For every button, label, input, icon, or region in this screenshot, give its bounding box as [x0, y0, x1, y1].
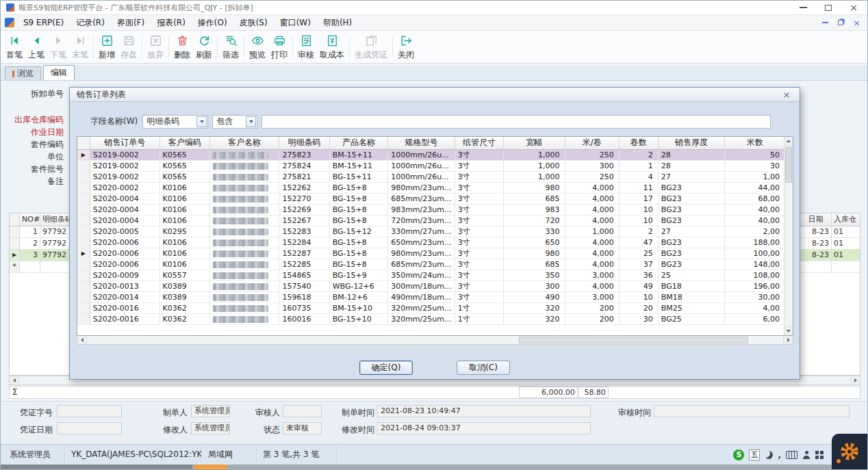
close-doc-button[interactable]: 关闭 — [395, 33, 417, 62]
scroll-left-icon[interactable] — [77, 336, 87, 344]
minimize-icon[interactable] — [800, 7, 807, 8]
detail-row-current[interactable]: 8-23 01 — [800, 250, 860, 261]
detail-row[interactable] — [800, 261, 860, 273]
wubi-icon[interactable]: 五 — [749, 449, 760, 460]
cancel-button[interactable]: 取消(C) — [457, 361, 510, 375]
sales-order-row[interactable]: S2020-0004K0106152270BG-15+8685mm/23um..… — [77, 193, 785, 204]
detail-row[interactable]: 2 97792 — [10, 238, 69, 250]
scrollbar-thumb[interactable] — [519, 337, 749, 343]
close-icon[interactable]: × — [850, 3, 858, 12]
title-bar[interactable]: 顺景S9智能ERP管理平台 - 广东顺景软件科技有限公司_QJY - [拆卸单]… — [1, 1, 867, 15]
new-row-marker: * — [10, 261, 20, 272]
column-header[interactable]: 卷数 — [619, 137, 658, 149]
menu-item-1[interactable]: 记录(R) — [70, 15, 111, 31]
sales-order-row[interactable]: S2020-0016K0362160016BG-15+10320mm/25um.… — [77, 313, 785, 324]
keyboard-icon[interactable] — [786, 451, 797, 459]
column-header[interactable]: 米/卷 — [565, 137, 619, 149]
vertical-scrollbar[interactable] — [784, 137, 793, 335]
sales-order-row[interactable]: ▶S2019-0002K0565275823BM-15+111000mm/26u… — [77, 149, 785, 160]
scroll-down-icon[interactable] — [784, 326, 793, 335]
sales-order-row[interactable]: S2020-0005K0295152283BG-15+12330mm/27um.… — [77, 226, 785, 237]
blurred-customer-name — [213, 196, 269, 203]
moon-icon[interactable] — [765, 451, 773, 459]
detail-row[interactable]: 8-23 01 — [800, 238, 860, 250]
maximize-icon[interactable] — [825, 5, 832, 11]
scroll-right-icon[interactable] — [783, 336, 793, 344]
assistant-widget[interactable] — [832, 434, 867, 469]
menu-item-2[interactable]: 界面(F) — [111, 15, 151, 31]
sales-order-row[interactable]: S2019-0002K0565275824BM-15+111000mm/26u.… — [77, 160, 785, 171]
scroll-right-icon[interactable] — [850, 376, 860, 384]
dialog-close-icon[interactable]: × — [780, 90, 793, 100]
print-button[interactable]: 打印 — [268, 33, 290, 62]
sales-order-row[interactable]: S2019-0002K0565275821BG-15+111000mm/26u.… — [77, 171, 785, 182]
menu-item-6[interactable]: 窗口(W) — [274, 15, 317, 31]
sales-order-row[interactable]: S2020-0006K0106152285BG-15+8685mm/23um..… — [77, 259, 785, 270]
sales-order-row[interactable]: S2020-0016K0362160735BM-15+10320mm/25um.… — [77, 302, 785, 313]
scroll-up-icon[interactable] — [784, 137, 793, 146]
chevron-down-icon[interactable] — [196, 116, 207, 127]
menu-item-0[interactable]: S9 ERP(E) — [17, 16, 70, 29]
detail-row[interactable]: 1 97792 — [10, 226, 69, 238]
mdi-restore-icon[interactable] — [838, 20, 843, 25]
column-header[interactable]: 宽幅 — [503, 137, 565, 149]
menu-item-4[interactable]: 操作(O) — [192, 15, 233, 31]
menu-item-5[interactable]: 皮肤(S) — [233, 15, 274, 31]
scrollbar-thumb[interactable] — [785, 147, 792, 183]
cost-button[interactable]: 取成本 — [317, 33, 347, 62]
audit-button[interactable]: 审核 — [295, 33, 317, 62]
mdi-close-icon[interactable]: × — [853, 18, 860, 27]
sales-order-row[interactable]: S2020-0013K0389157540WBG-12+6300mm/18um.… — [77, 280, 785, 291]
filter-field-combobox[interactable]: 明细条码 — [142, 115, 208, 129]
refresh-button[interactable]: 刷新 — [193, 33, 215, 62]
menu-item-7[interactable]: 帮助(H) — [317, 15, 358, 31]
filter-value-input[interactable] — [261, 115, 771, 129]
grid-icon[interactable] — [815, 451, 819, 454]
filter-button[interactable]: 筛选 — [220, 33, 242, 62]
column-header[interactable]: 明细条码 — [279, 137, 329, 149]
column-header: 入库仓库 — [832, 213, 860, 226]
sales-order-row[interactable]: ▶S2020-0006K0106152287BG-15+8980mm/23um.… — [77, 248, 785, 259]
chevron-down-icon[interactable] — [246, 116, 256, 127]
column-header[interactable]: 客户名称 — [209, 137, 279, 149]
delete-button[interactable]: 删除 — [171, 33, 193, 62]
dialog-horizontal-scrollbar[interactable] — [77, 336, 793, 345]
cell: 28 — [658, 149, 725, 160]
prev-record-button[interactable]: 上笔 — [25, 33, 47, 62]
sales-order-row[interactable]: S2020-0004K0106152267BG-15+8720mm/23um..… — [77, 215, 785, 226]
ok-button[interactable]: 确定(Q) — [359, 361, 413, 375]
filter-operator-combobox[interactable]: 包含 — [212, 115, 257, 129]
column-header[interactable]: 产品名称 — [329, 137, 387, 149]
detail-row[interactable]: 8-23 01 — [800, 226, 860, 238]
symbol-icon[interactable]: , — [778, 452, 781, 458]
column-header[interactable]: 销售厚度 — [658, 137, 725, 149]
user-icon[interactable] — [802, 451, 810, 459]
dialog-title-bar[interactable]: 销售订单列表 × — [70, 88, 800, 102]
sales-order-row[interactable]: S2020-0004K0106152269BG-15+8983mm/23um..… — [77, 204, 785, 215]
taskbar-active-app[interactable] — [194, 465, 227, 470]
detail-new-row[interactable]: * — [10, 261, 69, 273]
column-header[interactable]: 销售订单号 — [90, 137, 159, 149]
sales-order-row[interactable]: S2020-0002K0106152262BG-15+8980mm/23um..… — [77, 182, 785, 193]
cell: 980 — [503, 248, 565, 259]
mdi-minimize-icon[interactable] — [822, 22, 828, 23]
sogou-logo-icon[interactable]: S — [733, 449, 744, 460]
add-button[interactable]: 新增 — [96, 33, 118, 62]
column-header[interactable]: 客户编码 — [159, 137, 209, 149]
detail-row-current[interactable]: ▶ 3 97792 — [10, 250, 69, 261]
sales-order-row[interactable]: S2020-0009K0557154865BG-15+9350mm/24um..… — [77, 270, 785, 280]
sales-order-row[interactable]: S2020-0014K0389159618BM-12+6490mm/18um..… — [77, 291, 785, 302]
preview-button[interactable]: 预览 — [246, 33, 268, 62]
toolbar-button-label: 预览 — [249, 49, 266, 61]
cell — [209, 302, 279, 313]
column-header[interactable]: 米数 — [725, 137, 785, 149]
column-header[interactable]: 规格型号 — [388, 137, 455, 149]
tab-browse[interactable]: 浏览 — [5, 66, 41, 80]
scroll-left-icon[interactable] — [10, 376, 19, 384]
first-record-button[interactable]: 首笔 — [3, 33, 25, 62]
tab-edit[interactable]: 编辑 — [43, 65, 75, 80]
sales-order-row[interactable]: S2020-0006K0106152284BG-15+8650mm/23um..… — [77, 237, 785, 248]
column-header[interactable]: 纸管尺寸 — [455, 137, 503, 149]
menu-item-3[interactable]: 报表(R) — [151, 15, 192, 31]
cell: 1000mm/26u... — [388, 160, 455, 171]
